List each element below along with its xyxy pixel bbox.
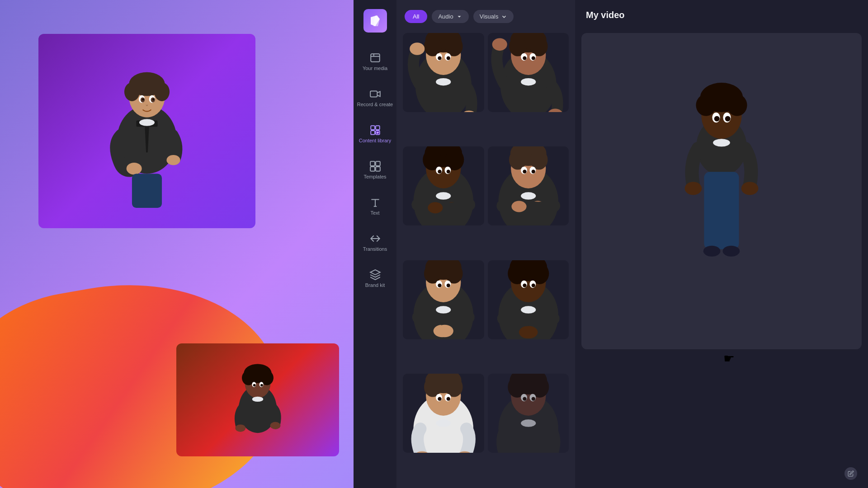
svg-rect-30: [376, 126, 380, 130]
svg-point-84: [521, 192, 536, 200]
sidebar-item-templates[interactable]: Templates: [356, 152, 394, 188]
svg-point-118: [438, 397, 441, 400]
visuals-label: Visuals: [480, 13, 499, 20]
bottom-bar: [844, 467, 857, 480]
svg-point-60: [521, 78, 536, 86]
avatar-card-3[interactable]: [403, 146, 484, 225]
svg-point-61: [492, 38, 507, 51]
sidebar-label-your-media: Your media: [363, 66, 387, 71]
svg-point-9: [142, 99, 144, 101]
svg-point-48: [436, 78, 451, 86]
svg-point-10: [152, 99, 155, 101]
filter-audio-dropdown[interactable]: Audio: [432, 10, 468, 23]
svg-point-139: [727, 94, 747, 116]
svg-rect-29: [371, 126, 375, 130]
svg-point-107: [531, 283, 535, 287]
sidebar-label-brand-kit: Brand kit: [365, 282, 385, 288]
svg-point-144: [713, 139, 730, 146]
svg-point-82: [523, 170, 526, 174]
svg-point-24: [260, 384, 263, 387]
svg-rect-34: [370, 162, 375, 166]
svg-rect-37: [376, 167, 380, 171]
avatar-grid: [396, 31, 575, 485]
svg-point-108: [521, 306, 536, 314]
svg-point-70: [438, 170, 441, 174]
svg-point-49: [410, 42, 425, 55]
audio-label: Audio: [438, 13, 453, 20]
svg-point-98: [436, 324, 453, 337]
right-avatar-card[interactable]: [581, 33, 862, 349]
svg-point-46: [438, 56, 441, 60]
svg-point-12: [127, 163, 142, 174]
video-preview-secondary[interactable]: [176, 343, 339, 456]
canvas-area: [0, 0, 353, 488]
svg-rect-35: [376, 162, 380, 166]
avatar-main: [38, 34, 255, 228]
svg-rect-15: [132, 174, 162, 208]
svg-point-143: [725, 116, 731, 122]
sidebar-label-templates: Templates: [363, 174, 386, 180]
sidebar: Your media Record & create Content libra…: [354, 0, 396, 488]
cursor-hand-icon: ☛: [723, 351, 735, 366]
sidebar-label-record-create: Record & create: [357, 102, 393, 108]
sidebar-item-record-create[interactable]: Record & create: [356, 80, 394, 116]
svg-point-110: [520, 326, 538, 338]
filter-bar: All Audio Visuals: [396, 0, 575, 31]
svg-point-59: [531, 56, 535, 60]
svg-point-13: [166, 155, 180, 165]
svg-point-26: [235, 424, 245, 432]
svg-point-96: [436, 306, 451, 314]
svg-point-138: [696, 94, 716, 116]
avatar-card-8[interactable]: [488, 374, 569, 453]
svg-point-119: [447, 397, 450, 400]
sidebar-item-transitions[interactable]: Transitions: [356, 225, 394, 261]
svg-point-142: [714, 116, 720, 122]
svg-point-14: [139, 119, 155, 126]
avatar-card-4[interactable]: [488, 146, 569, 225]
svg-point-83: [531, 170, 535, 174]
svg-point-130: [523, 397, 526, 400]
avatar-card-1[interactable]: [403, 33, 484, 112]
sidebar-label-text: Text: [370, 210, 379, 216]
main-panel: All Audio Visuals: [396, 0, 575, 488]
avatar-card-7[interactable]: [403, 374, 484, 453]
svg-point-58: [523, 56, 526, 60]
svg-point-4: [154, 82, 170, 101]
avatar-card-5[interactable]: [403, 260, 484, 339]
svg-point-86: [511, 201, 526, 212]
app-logo[interactable]: [363, 9, 387, 33]
svg-point-131: [531, 397, 535, 400]
svg-point-94: [438, 283, 441, 287]
svg-point-148: [703, 246, 721, 257]
avatar-card-6[interactable]: [488, 260, 569, 339]
svg-point-146: [685, 182, 702, 195]
svg-point-71: [447, 170, 450, 174]
sidebar-label-transitions: Transitions: [363, 246, 387, 252]
edit-icon-button[interactable]: [844, 467, 857, 480]
svg-point-72: [436, 192, 451, 200]
sidebar-item-content-library[interactable]: Content library: [356, 116, 394, 152]
svg-point-3: [124, 82, 140, 101]
sidebar-item-text[interactable]: Text: [356, 188, 394, 225]
filter-all-button[interactable]: All: [405, 10, 427, 23]
video-preview-main[interactable]: [38, 34, 255, 228]
svg-rect-36: [370, 167, 375, 171]
avatar-card-2[interactable]: [488, 33, 569, 112]
svg-point-147: [741, 182, 759, 195]
svg-point-120: [436, 419, 451, 427]
sidebar-item-your-media[interactable]: Your media: [356, 44, 394, 80]
sidebar-label-content-library: Content library: [359, 138, 392, 144]
svg-point-149: [723, 246, 740, 257]
svg-point-27: [270, 422, 281, 429]
right-panel-title: My video: [575, 0, 868, 28]
svg-point-25: [252, 397, 263, 402]
svg-rect-28: [370, 91, 377, 97]
right-panel: My video: [575, 0, 868, 488]
svg-rect-31: [371, 131, 375, 135]
svg-rect-145: [704, 172, 739, 249]
right-panel-content: [575, 33, 868, 349]
filter-visuals-dropdown[interactable]: Visuals: [473, 10, 514, 23]
svg-point-95: [447, 283, 450, 287]
svg-point-23: [253, 384, 256, 387]
sidebar-item-brand-kit[interactable]: Brand kit: [356, 261, 394, 297]
